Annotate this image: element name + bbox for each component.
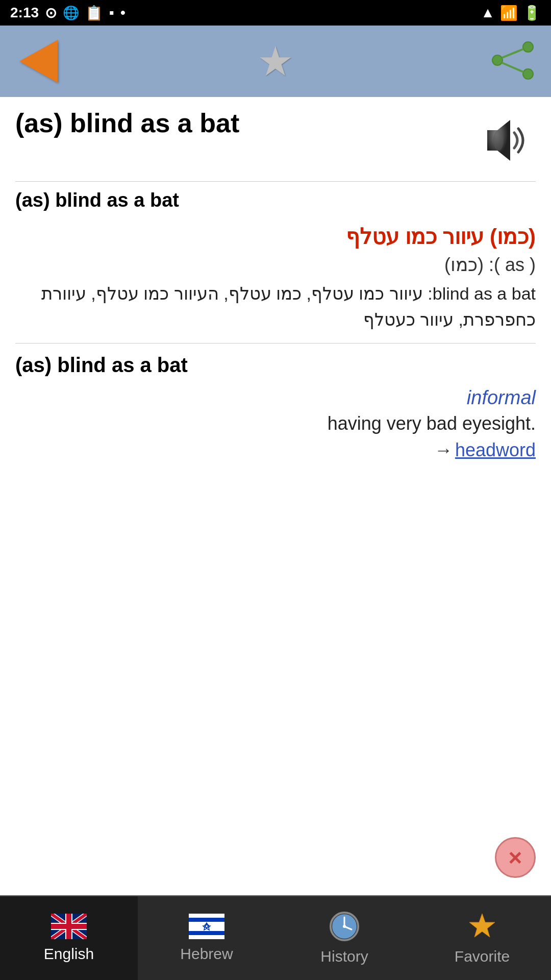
status-bar: 2:13 ⊙ 🌐 📋 ▪ • ▲ 📶 🔋 — [0, 0, 551, 26]
hebrew-description: blind as a bat: עיוור כמו עטלף, כמו עטלף… — [15, 281, 536, 333]
nav-label-favorite: Favorite — [455, 948, 510, 965]
hebrew-subtitle: ( as ): (כמו) — [15, 254, 536, 276]
main-content: (as) blind as a bat (as) blind as a b — [0, 97, 551, 481]
svg-point-6 — [493, 130, 504, 151]
nav-label-hebrew: Hebrew — [180, 945, 233, 963]
speaker-icon — [469, 107, 536, 174]
svg-line-3 — [502, 49, 523, 58]
clipboard-icon: 📋 — [85, 5, 103, 21]
entry-subtitle: (as) blind as a bat — [15, 189, 536, 211]
share-button[interactable] — [490, 38, 536, 84]
dot-icon: • — [120, 5, 126, 21]
informal-tag: informal — [15, 387, 536, 409]
nav-label-english: English — [44, 945, 94, 963]
english-headword: (as) blind as a bat — [15, 354, 536, 377]
status-right: ▲ 📶 🔋 — [481, 5, 541, 21]
share-icon — [490, 41, 536, 82]
svg-line-4 — [502, 63, 523, 72]
il-flag-icon: ✡ — [189, 914, 224, 941]
divider-2 — [15, 343, 536, 344]
divider-1 — [15, 181, 536, 182]
nav-item-hebrew[interactable]: ✡ Hebrew — [138, 896, 276, 980]
english-section: (as) blind as a bat informal having very… — [15, 354, 536, 461]
nav-label-history: History — [320, 948, 368, 965]
star-icon — [467, 911, 497, 944]
globe-icon: 🌐 — [63, 5, 79, 21]
definition-text: having very bad eyesight. — [15, 413, 536, 434]
svg-point-2 — [492, 55, 503, 65]
back-arrow-icon — [19, 40, 58, 83]
close-float-button[interactable]: × — [495, 837, 536, 878]
headword-arrow: → — [434, 439, 453, 460]
svg-rect-18 — [189, 931, 224, 935]
english-definition-block: informal having very bad eyesight. headw… — [15, 387, 536, 461]
svg-marker-26 — [469, 914, 495, 937]
favorite-button[interactable]: ★ — [257, 38, 294, 85]
alert-icon: ⊙ — [45, 5, 57, 21]
hebrew-title: (כמו) עיוור כמו עטלף — [15, 224, 536, 249]
nav-item-favorite[interactable]: Favorite — [413, 896, 551, 980]
svg-rect-17 — [189, 918, 224, 922]
headword-link[interactable]: headword — [455, 439, 536, 460]
uk-flag-icon — [51, 914, 87, 941]
svg-rect-15 — [51, 924, 87, 929]
wifi-icon: ▲ — [481, 5, 495, 21]
nav-item-history[interactable]: History — [276, 896, 413, 980]
app-header: ★ — [0, 26, 551, 97]
headword-link-row: headword → — [430, 449, 536, 458]
svg-text:✡: ✡ — [204, 922, 210, 930]
signal-icon: 📶 — [500, 5, 518, 21]
svg-point-25 — [343, 925, 346, 928]
speaker-button[interactable] — [469, 107, 536, 174]
clock-icon — [329, 911, 360, 944]
sim-icon: ▪ — [109, 5, 114, 21]
battery-icon: 🔋 — [523, 5, 541, 21]
entry-title: (as) blind as a bat — [15, 107, 469, 139]
svg-point-0 — [523, 42, 533, 52]
svg-point-1 — [523, 69, 533, 79]
entry-title-row: (as) blind as a bat — [15, 107, 536, 174]
hebrew-section: (כמו) עיוור כמו עטלף ( as ): (כמו) blind… — [15, 224, 536, 333]
status-time: 2:13 — [10, 5, 39, 21]
close-x-icon: × — [509, 846, 522, 869]
nav-item-english[interactable]: English — [0, 896, 138, 980]
back-button[interactable] — [15, 38, 61, 84]
status-left: 2:13 ⊙ 🌐 📋 ▪ • — [10, 5, 126, 21]
bottom-nav: English ✡ Hebrew History — [0, 895, 551, 980]
